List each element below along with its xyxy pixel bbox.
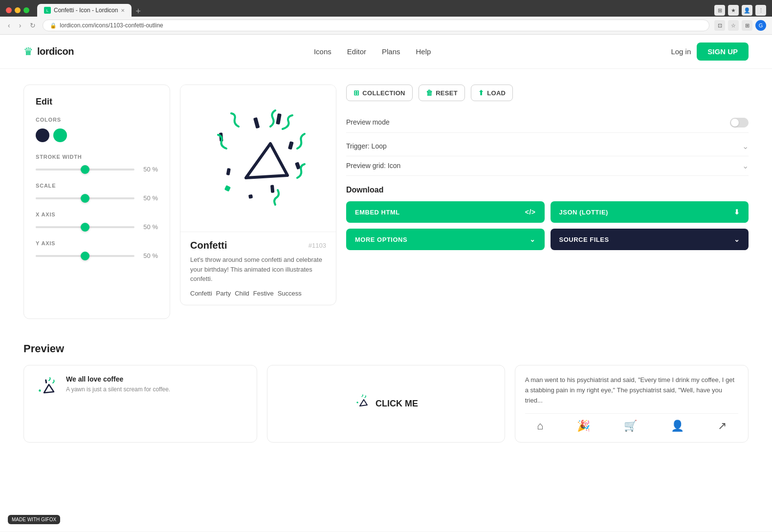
trigger-dropdown[interactable]: Trigger: Loop ⌄ [346,137,749,156]
nav-editor[interactable]: Editor [347,47,366,56]
cast-icon[interactable]: ⊡ [714,20,725,31]
color-swatch-dark[interactable] [36,128,49,142]
back-button[interactable]: ‹ [6,21,12,30]
source-files-chevron-icon: ⌄ [734,235,740,243]
stroke-label: STROKE WIDTH [36,154,158,160]
scale-slider-track[interactable] [36,197,134,199]
tab-close-icon[interactable]: ✕ [121,8,125,13]
embed-html-icon: </> [525,208,536,216]
tag-festive[interactable]: Festive [253,290,274,297]
main-content: Edit COLORS STROKE WIDTH 50 % [0,69,772,458]
close-button[interactable] [6,7,12,13]
preview-grid-dropdown[interactable]: Preview grid: Icon ⌄ [346,156,749,176]
logo-link[interactable]: ♛ lordicon [23,45,74,58]
bookmark-icon[interactable]: ☆ [728,20,739,31]
user-icon[interactable]: 👤 [671,420,684,432]
url-input[interactable]: 🔒 lordicon.com/icons/1103-confetti-outli… [43,20,709,31]
traffic-lights [6,7,29,13]
colors-label: COLORS [36,117,158,123]
embed-html-label: EMBED HTML [355,209,400,216]
source-files-button[interactable]: SOURCE FILES ⌄ [551,229,749,250]
gifox-badge: MADE WITH GIFOX [8,515,60,524]
tag-success[interactable]: Success [278,290,302,297]
x-axis-slider-row: 50 % [36,223,158,231]
svg-rect-7 [224,185,231,192]
nav-help[interactable]: Help [416,47,431,56]
scale-value: 50 % [140,194,158,202]
more-options-button[interactable]: MORE OPTIONS ⌄ [346,229,545,250]
home-icon[interactable]: ⌂ [537,420,543,432]
browser-right-actions: ⊡ ☆ ⊞ G [714,20,766,31]
stroke-value: 50 % [140,166,158,173]
reset-button[interactable]: 🗑 RESET [419,85,465,101]
svg-rect-8 [248,194,253,199]
svg-rect-9 [45,379,47,383]
extensions-icon[interactable]: ⊞ [742,20,752,31]
stroke-slider-row: 50 % [36,166,158,173]
profile-avatar[interactable]: G [755,20,766,31]
source-files-label: SOURCE FILES [559,236,609,243]
cart-icon[interactable]: 🛒 [624,420,637,432]
confetti-bottom-icon[interactable]: 🎉 [577,420,590,432]
preview-grid-label: Preview grid: Icon [346,162,400,170]
profile-icon[interactable]: 👤 [742,5,752,16]
new-tab-button[interactable]: + [132,6,145,17]
address-bar: ‹ › ↻ 🔒 lordicon.com/icons/1103-confetti… [0,17,772,35]
trigger-chevron-icon: ⌄ [742,142,749,151]
icon-preview-panel: Confetti #1103 Let's throw around some c… [180,85,336,305]
nav-icons[interactable]: Icons [314,47,331,56]
json-lottie-button[interactable]: JSON (LOTTIE) ⬇ [551,201,749,223]
forward-button[interactable]: › [17,21,23,30]
tag-party[interactable]: Party [216,290,231,297]
extension-icon-1[interactable]: ⊞ [714,5,725,16]
x-axis-slider-track[interactable] [36,226,134,228]
y-axis-slider-thumb[interactable] [81,252,89,260]
edit-panel: Edit COLORS STROKE WIDTH 50 % [23,85,170,319]
signup-button[interactable]: SIGN UP [697,43,749,61]
x-axis-slider-thumb[interactable] [81,223,89,232]
x-axis-label: X AXIS [36,212,158,217]
embed-html-button[interactable]: EMBED HTML </> [346,201,545,223]
card-coffee-heading: We all love coffee [66,375,170,383]
color-swatch-green[interactable] [53,128,67,142]
header-actions: Log in SIGN UP [671,43,749,61]
app: ♛ lordicon Icons Editor Plans Help Log i… [0,35,772,532]
svg-rect-3 [288,141,294,150]
preview-grid-chevron-icon: ⌄ [742,161,749,170]
card-right-icons: ⌂ 🎉 🛒 👤 ↗ [525,413,738,432]
scale-section: SCALE 50 % [36,183,158,202]
preview-mode-toggle[interactable] [730,118,749,128]
click-me-confetti-icon [354,394,370,413]
preview-card-coffee: We all love coffee A yawn is just a sile… [23,365,257,443]
tag-child[interactable]: Child [235,290,249,297]
maximize-button[interactable] [23,7,29,13]
card-coffee-text: We all love coffee A yawn is just a sile… [66,375,170,394]
load-button[interactable]: ⬆ LOAD [471,85,513,101]
tab-bar: L Confetti - Icon - Lordicon ✕ + [37,4,710,17]
refresh-button[interactable]: ↻ [28,21,38,30]
y-axis-slider-track[interactable] [36,255,134,257]
reset-label: RESET [436,89,458,97]
preview-section: Preview [23,342,749,443]
extension-icon-2[interactable]: ★ [728,5,739,16]
nav-plans[interactable]: Plans [382,47,400,56]
scale-slider-thumb[interactable] [81,194,89,203]
card-coffee-icon [34,375,59,401]
minimize-button[interactable] [15,7,21,13]
active-tab[interactable]: L Confetti - Icon - Lordicon ✕ [37,4,132,17]
svg-rect-1 [276,113,282,125]
preview-card-clickme[interactable]: CLICK ME [267,365,505,443]
menu-icon[interactable]: ⋮ [755,5,766,16]
stroke-slider-thumb[interactable] [81,165,89,174]
icon-id: #1103 [309,242,326,249]
controls-panel: ⊞ COLLECTION 🗑 RESET ⬆ LOAD Preview mode [346,85,749,250]
preview-section-title: Preview [23,342,749,355]
tag-confetti[interactable]: Confetti [190,290,212,297]
stroke-slider-track[interactable] [36,169,134,170]
y-axis-section: Y AXIS 50 % [36,240,158,259]
header: ♛ lordicon Icons Editor Plans Help Log i… [0,35,772,69]
svg-rect-5 [226,168,231,175]
login-button[interactable]: Log in [671,47,691,56]
share-icon[interactable]: ↗ [718,420,727,432]
collection-button[interactable]: ⊞ COLLECTION [346,85,413,101]
